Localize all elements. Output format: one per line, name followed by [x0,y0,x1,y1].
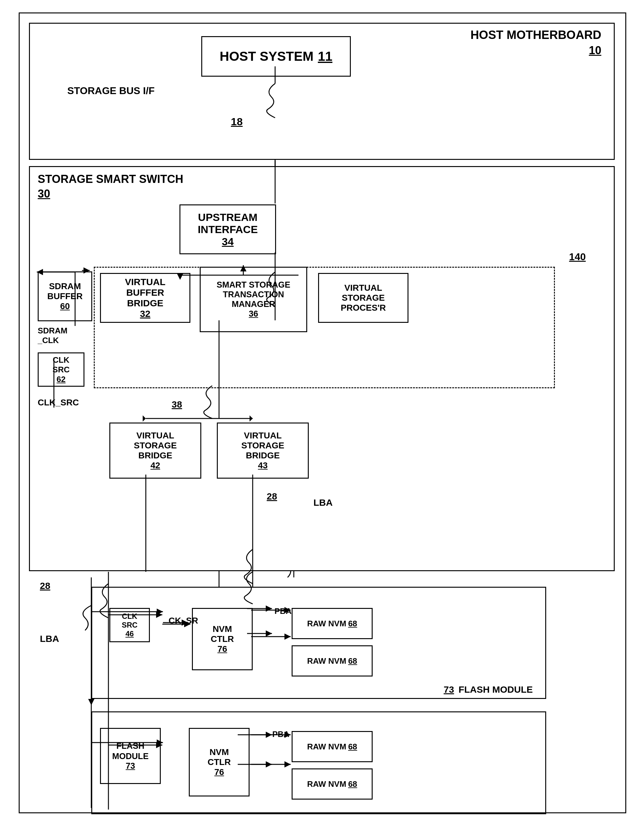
smart-switch-label: STORAGE SMART SWITCH [38,173,183,186]
pba-label-1: PBA [274,606,292,616]
svg-marker-20 [88,699,94,705]
flash-module-1-label: 73 FLASH MODULE [444,684,533,695]
smart-switch-ref: 30 [38,187,50,200]
raw-nvm-2-box: RAW NVM 68 [292,645,373,677]
lba-label-outer: LBA [40,634,59,644]
diagram-container: HOST SYSTEM 11 STORAGE BUS I/F 18 HOST M… [19,12,626,813]
ref-18: 18 [231,115,243,128]
upstream-line1: UPSTREAM [198,211,258,223]
clk-src-62-box: CLK SRC 62 [38,353,84,387]
vsb42-box: VIRTUAL STORAGE BRIDGE 42 [109,423,201,479]
host-motherboard-label: HOST MOTHERBOARD [471,28,601,42]
vsb43-box: VIRTUAL STORAGE BRIDGE 43 [217,423,309,479]
sdram-clk-label: SDRAM_CLK [38,326,67,345]
nvm-ctlr-2-box: NVM CTLR 76 [189,728,249,796]
upstream-interface-box: UPSTREAM INTERFACE 34 [179,204,276,254]
smart-switch-box: STORAGE SMART SWITCH 30 UPSTREAM INTERFA… [29,166,615,571]
pba-label-2: PBA [272,729,290,739]
upstream-ref: 34 [222,236,234,248]
ref-140: 140 [569,251,586,263]
ref-38: 38 [172,399,182,410]
storage-bus-label: STORAGE BUS I/F [67,84,154,98]
raw-nvm-4-box: RAW NVM 68 [292,768,373,800]
host-system-label: HOST SYSTEM [220,49,313,64]
sstm-box: SMART STORAGE TRANSACTION MANAGER 36 [200,267,307,332]
nvm-ctlr-1-box: NVM CTLR 76 [192,608,253,670]
flash-module-2-box: FLASH MODULE 73 NVM CTLR 76 PBA RAW NVM … [91,712,546,814]
host-system-ref: 11 [318,49,332,64]
clk-src-46-box: CLK SRC 46 [109,608,150,642]
vsp-box: VIRTUAL STORAGE PROCES'R [318,273,409,323]
host-motherboard-box: HOST SYSTEM 11 STORAGE BUS I/F 18 HOST M… [29,23,615,160]
host-system-box: HOST SYSTEM 11 [201,36,351,76]
lba-label-inner: LBA [313,497,333,508]
upstream-line2: INTERFACE [198,223,258,236]
flash-module-2-inner-box: FLASH MODULE 73 [100,728,161,784]
ref-10: 10 [589,44,601,57]
sdram-buffer-box: SDRAM BUFFER 60 [38,272,92,321]
ref-28-outer: 28 [40,580,50,591]
raw-nvm-1-box: RAW NVM 68 [292,608,373,639]
clk-src-label: CLK_SRC [38,398,79,407]
vbb-box: VIRTUAL BUFFER BRIDGE 32 [100,273,190,323]
raw-nvm-3-box: RAW NVM 68 [292,731,373,762]
flash-module-1-box: CLK SRC 46 CK_SR NVM CTLR 76 PBA RAW NVM… [91,587,546,699]
ref-28-squiggle-area: 28 [267,491,277,502]
